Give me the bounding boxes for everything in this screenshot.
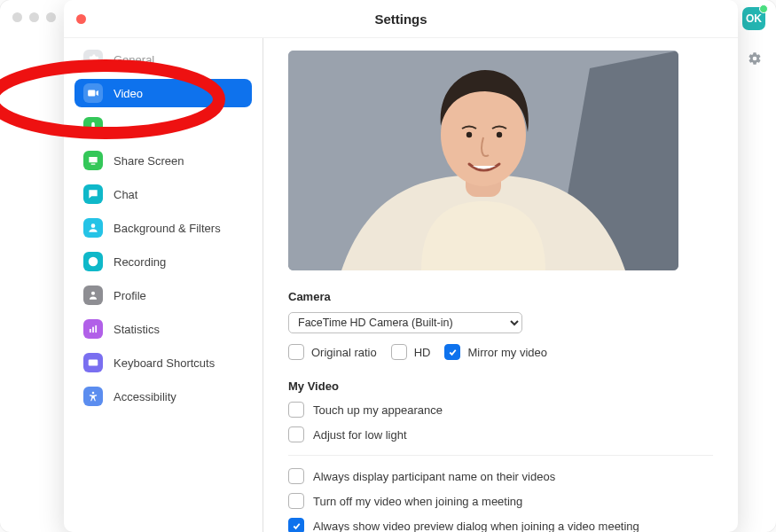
checkbox-myvideo-1[interactable] (288, 426, 304, 442)
video-icon (83, 83, 103, 103)
sidebar-item-share[interactable]: Share Screen (74, 146, 252, 175)
opt-meeting-0[interactable]: Always display participant name on their… (288, 468, 713, 484)
panel-body: GeneralVideoShare ScreenChatBackground &… (64, 38, 738, 532)
label-my-video: My Video (288, 379, 713, 393)
chat-icon (83, 184, 103, 204)
gear-icon (83, 50, 103, 69)
avatar-initials: OK (746, 12, 762, 25)
checkbox-mirror[interactable] (444, 344, 460, 360)
checkbox-myvideo-0[interactable] (288, 402, 304, 418)
opt-hd[interactable]: HD (391, 344, 431, 360)
sidebar-item-recording[interactable]: Recording (74, 247, 252, 276)
profile-icon (83, 286, 103, 305)
label-camera: Camera (288, 290, 713, 303)
sidebar-item-general[interactable]: General (74, 45, 252, 74)
video-preview (288, 51, 678, 270)
sidebar-item-label: General (114, 53, 154, 66)
audio-icon (83, 117, 103, 137)
checkbox-original-ratio[interactable] (288, 344, 304, 360)
a11y-icon (83, 387, 103, 406)
sidebar-item-audio[interactable] (74, 113, 252, 141)
page-title: Settings (374, 12, 427, 27)
sidebar-item-label: Background & Filters (114, 222, 221, 235)
content: Camera FaceTime HD Camera (Built-in) Ori… (263, 38, 738, 532)
settings-panel: Settings GeneralVideoShare ScreenChatBac… (64, 0, 738, 532)
opt-myvideo-1[interactable]: Adjust for low light (288, 426, 713, 442)
sidebar-item-bg[interactable]: Background & Filters (74, 214, 252, 242)
separator (288, 455, 713, 456)
panel-header: Settings (64, 0, 738, 38)
sidebar-item-keys[interactable]: Keyboard Shortcuts (74, 348, 252, 377)
avatar[interactable]: OK (742, 7, 765, 30)
checkbox-meeting-2[interactable] (288, 518, 304, 532)
opt-original-ratio[interactable]: Original ratio (288, 344, 377, 360)
opt-meeting-2[interactable]: Always show video preview dialog when jo… (288, 518, 713, 532)
record-icon (83, 252, 103, 271)
opt-myvideo-0[interactable]: Touch up my appearance (288, 402, 713, 418)
sidebar-item-chat[interactable]: Chat (74, 180, 252, 208)
sidebar-item-label: Chat (114, 188, 137, 201)
presence-dot (759, 4, 768, 13)
sidebar-item-profile[interactable]: Profile (74, 281, 252, 309)
person-icon (83, 218, 103, 238)
opt-meeting-1[interactable]: Turn off my video when joining a meeting (288, 493, 713, 509)
sidebar-item-label: Recording (114, 255, 166, 269)
svg-point-4 (497, 132, 502, 137)
camera-options-row: Original ratio HD Mirror my video (288, 344, 713, 360)
close-icon[interactable] (76, 14, 86, 24)
sidebar: GeneralVideoShare ScreenChatBackground &… (64, 38, 263, 532)
sidebar-item-label: Keyboard Shortcuts (114, 356, 215, 370)
stats-icon (83, 319, 103, 339)
sidebar-item-stats[interactable]: Statistics (74, 315, 252, 343)
opt-mirror[interactable]: Mirror my video (444, 344, 547, 360)
sidebar-item-label: Accessibility (114, 390, 176, 403)
sidebar-item-label: Video (114, 87, 143, 100)
sidebar-item-a11y[interactable]: Accessibility (74, 382, 252, 411)
sidebar-item-video[interactable]: Video (74, 79, 252, 107)
checkbox-meeting-0[interactable] (288, 468, 304, 484)
bg-traffic-lights (12, 12, 56, 22)
checkbox-meeting-1[interactable] (288, 493, 304, 509)
sidebar-item-label: Profile (114, 289, 146, 302)
gear-icon[interactable] (748, 51, 762, 66)
svg-point-3 (466, 132, 472, 137)
keyboard-icon (83, 353, 103, 372)
sidebar-item-label: Share Screen (114, 154, 184, 168)
checkbox-hd[interactable] (391, 344, 407, 360)
camera-select[interactable]: FaceTime HD Camera (Built-in) (288, 312, 522, 333)
share-icon (83, 151, 103, 170)
sidebar-item-label: Statistics (114, 323, 160, 336)
